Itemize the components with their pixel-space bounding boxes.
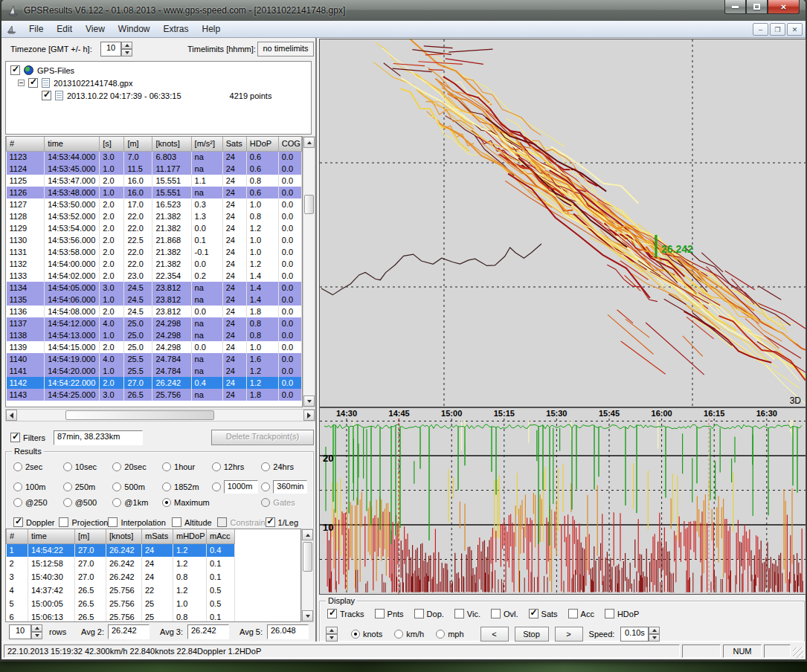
table-row[interactable]: 414:37:4226.525.756221.20.5 [7, 584, 301, 597]
column-header[interactable]: [m] [75, 529, 106, 543]
filters-checkbox[interactable]: Filters [10, 433, 45, 442]
vscroll-thumb[interactable] [304, 195, 314, 214]
checkbox-doppler[interactable]: Doppler [13, 517, 59, 527]
radio-icon[interactable] [63, 462, 72, 471]
radio-20sec[interactable]: 20sec [112, 462, 162, 471]
scroll-down-icon[interactable] [303, 395, 315, 407]
stop-button[interactable]: Stop [515, 627, 549, 642]
vscroll-thumb[interactable] [303, 542, 312, 572]
column-header[interactable]: mSats [142, 529, 173, 543]
track-table-vscrollbar[interactable] [303, 136, 315, 407]
checkbox-acc[interactable]: Acc [568, 609, 594, 618]
menu-extras[interactable]: Extras [157, 22, 196, 36]
radio-icon[interactable] [112, 462, 121, 471]
radio--500[interactable]: @500 [63, 498, 113, 507]
tree-item-file[interactable]: 20131022141748.gpx [10, 77, 311, 89]
radio-500m[interactable]: 500m [112, 482, 162, 491]
scroll-left-icon[interactable] [6, 410, 17, 421]
speed-down-icon[interactable] [649, 634, 660, 642]
checkbox-icon[interactable] [375, 609, 385, 618]
radio-icon[interactable] [261, 498, 270, 507]
radio-custom-360min[interactable]: 360min [261, 480, 311, 494]
table-row[interactable]: 113114:53:58.0002.022.021.382-0.1241.00.… [7, 246, 302, 258]
column-header[interactable]: [m] [124, 137, 152, 151]
table-row[interactable]: 315:40:3027.026.242240.80.1 [7, 570, 301, 584]
timezone-down-icon[interactable] [121, 49, 132, 56]
results-table-header[interactable]: #time[m][knots]mSatsmHDoPmAcc [7, 529, 301, 543]
title-bar[interactable]: GPSResults V6.122 - 01.08.2013 - www.gps… [1, 0, 806, 21]
radio-icon[interactable] [112, 482, 121, 491]
hscroll-thumb[interactable] [65, 410, 214, 420]
scroll-down-icon[interactable] [302, 610, 313, 621]
radio-icon[interactable] [112, 498, 121, 507]
table-row[interactable]: 113014:53:56.0002.022.521.8680.1241.00.0 [7, 234, 302, 246]
scroll-up-icon[interactable] [302, 529, 313, 540]
minimize-button[interactable] [724, 0, 746, 14]
radio-km-h[interactable]: km/h [394, 630, 424, 639]
checkbox-icon[interactable] [217, 517, 227, 527]
checkbox-hdop[interactable]: HDoP [605, 609, 639, 618]
step-back-button[interactable]: < [480, 627, 509, 642]
column-header[interactable]: time [45, 137, 100, 151]
table-row[interactable]: 112714:53:50.0002.017.016.5230.3241.00.0 [7, 198, 302, 210]
radio-icon[interactable] [162, 482, 171, 491]
checkbox-altitude[interactable]: Altitude [172, 517, 217, 527]
custom-value-field[interactable]: 1000m [224, 480, 258, 494]
table-row[interactable]: 113714:54:12.0004.025.024.298na240.80.0 [7, 317, 302, 329]
table-row[interactable]: 112614:53:48.0001.016.015.551na240.60.0 [7, 187, 302, 198]
table-row[interactable]: 112314:53:44.0003.07.06.803na240.60.0 [7, 151, 302, 163]
radio-1hour[interactable]: 1hour [162, 462, 212, 471]
table-row[interactable]: 113914:54:15.0002.025.024.2980.0241.00.0 [7, 341, 302, 353]
radio-icon[interactable] [261, 462, 270, 471]
tree-file-label[interactable]: 20131022141748.gpx [54, 79, 132, 88]
radio-icon[interactable] [436, 630, 445, 639]
radio-custom-1000m[interactable]: 1000m [212, 480, 262, 494]
column-header[interactable]: # [7, 529, 28, 543]
radio-250m[interactable]: 250m [63, 482, 113, 491]
timelimits-button[interactable]: no timelimits [257, 42, 314, 56]
checkbox-icon[interactable] [327, 609, 337, 618]
checkbox-interpolation[interactable]: Interpolation [108, 517, 172, 527]
checkbox-pnts[interactable]: Pnts [375, 609, 404, 618]
offset-down-icon[interactable] [326, 634, 338, 642]
step-forward-button[interactable]: > [555, 627, 583, 642]
speed-up-icon[interactable] [649, 627, 660, 634]
radio-24hrs[interactable]: 24hrs [261, 462, 311, 471]
table-row[interactable]: 112814:53:52.0002.022.021.3821.3240.80.0 [7, 210, 302, 222]
column-header[interactable]: time [28, 529, 75, 543]
tree-item-root[interactable]: GPS-Files [10, 64, 311, 77]
menu-help[interactable]: Help [196, 22, 228, 36]
rows-value[interactable]: 10 [9, 624, 31, 639]
radio-icon[interactable] [394, 630, 403, 639]
checkbox-icon[interactable] [108, 517, 118, 527]
resize-grip-icon[interactable] [793, 647, 803, 658]
session-checkbox[interactable] [42, 91, 51, 100]
radio-icon[interactable] [261, 482, 270, 491]
radio-icon[interactable] [162, 498, 171, 507]
table-row[interactable]: 113314:54:02.0002.023.022.3540.2241.40.0 [7, 270, 302, 282]
table-row[interactable]: 112914:53:54.0002.022.021.3820.0241.20.0 [7, 222, 302, 234]
table-row[interactable]: 114314:54:25.0003.026.525.756na241.80.0 [7, 389, 302, 401]
timezone-spinner[interactable]: 10 [100, 42, 132, 56]
checkbox-1-leg[interactable]: 1/Leg [266, 517, 311, 527]
column-header[interactable]: COG [278, 137, 301, 151]
table-row[interactable]: 515:00:0526.525.756251.00.5 [7, 597, 301, 610]
checkbox-icon[interactable] [414, 609, 424, 618]
column-header[interactable]: [s] [100, 137, 124, 151]
checkbox-icon[interactable] [13, 517, 23, 527]
menu-file[interactable]: File [22, 22, 50, 36]
offset-up-icon[interactable] [326, 627, 338, 634]
radio-icon[interactable] [13, 498, 22, 507]
checkbox-constrain[interactable]: Constrain [217, 517, 265, 527]
table-row[interactable]: 112514:53:47.0002.016.015.5511.1240.80.0 [7, 175, 302, 187]
column-header[interactable]: [knots] [152, 137, 191, 151]
radio-icon[interactable] [212, 482, 221, 491]
column-header[interactable]: [knots] [106, 529, 142, 543]
track-table-header[interactable]: #time[s][m][knots][m/s²]SatsHDoPCOG [7, 137, 302, 151]
radio-icon[interactable] [212, 462, 221, 471]
table-row[interactable]: 114114:54:20.0001.025.524.784na241.20.0 [7, 365, 302, 377]
filters-checkbox-box[interactable] [10, 433, 20, 442]
checkbox-icon[interactable] [172, 517, 181, 527]
custom-value-field[interactable]: 360min [273, 480, 307, 494]
radio-1852m[interactable]: 1852m [162, 482, 212, 491]
